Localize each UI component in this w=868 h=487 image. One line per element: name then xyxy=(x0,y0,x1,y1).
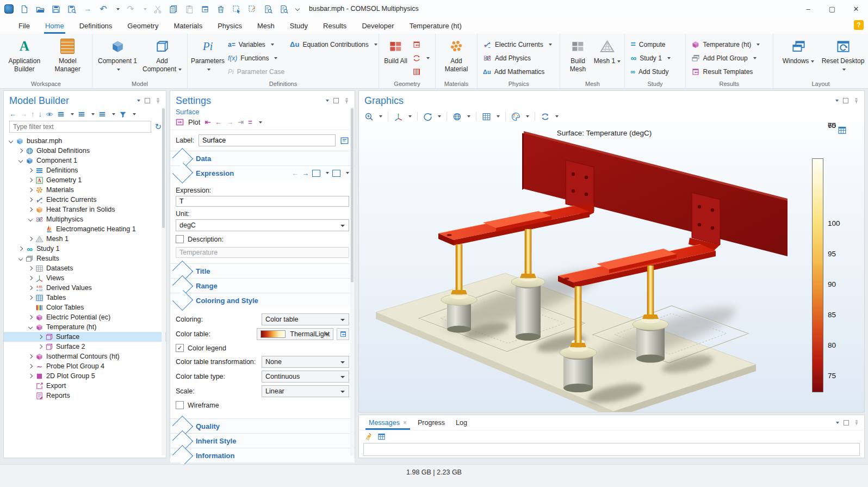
close-tab-icon[interactable]: × xyxy=(403,419,407,427)
move-down-icon[interactable]: ↓ xyxy=(39,110,42,118)
tab-file[interactable]: File xyxy=(11,18,38,34)
tree-item-multiphysics[interactable]: Multiphysics xyxy=(4,214,166,224)
pin-icon[interactable] xyxy=(343,97,350,104)
section-quality[interactable]: Quality xyxy=(170,418,355,433)
plot-icon[interactable] xyxy=(176,118,184,126)
compute-button[interactable]: = Compute xyxy=(628,38,672,51)
tree-filter-input[interactable] xyxy=(9,121,151,133)
replace-expression-icon[interactable] xyxy=(312,170,320,177)
tree-item-surface[interactable]: Surface xyxy=(4,332,166,342)
tab-physics[interactable]: Physics xyxy=(210,18,250,34)
show-icon[interactable] xyxy=(46,110,53,118)
open-file-button[interactable] xyxy=(35,4,45,14)
parameters-button[interactable]: Pi Parameters xyxy=(191,36,225,73)
close-button[interactable]: ✕ xyxy=(844,0,868,18)
transformation-dropdown[interactable]: None xyxy=(262,356,349,368)
windows-button[interactable]: Windows xyxy=(777,36,820,65)
qat-more-icon[interactable] xyxy=(295,7,300,11)
color-table-type-dropdown[interactable]: Continuous xyxy=(262,371,349,383)
undo-caret-icon[interactable] xyxy=(116,8,120,10)
tree-item-electric-currents[interactable]: Electric Currents xyxy=(4,195,166,205)
go-forward-icon[interactable]: → xyxy=(20,110,27,118)
result-templates-button[interactable]: Result Templates xyxy=(689,65,762,78)
tab-results[interactable]: Results xyxy=(315,18,354,34)
tree-item-tables[interactable]: Tables xyxy=(4,293,166,303)
reset-desktop-button[interactable]: Reset Desktop xyxy=(821,36,865,73)
refresh-icon[interactable]: ↻ xyxy=(154,122,162,132)
scale-dropdown[interactable]: Linear xyxy=(262,385,349,397)
copy-button[interactable] xyxy=(169,4,178,14)
add-study-button[interactable]: ∞ Add Study xyxy=(628,65,672,78)
functions-button[interactable]: f(x) Functions xyxy=(226,51,287,65)
add-plot-group-button[interactable]: Add Plot Group xyxy=(689,51,762,65)
plot-button[interactable]: Plot xyxy=(188,118,200,126)
equation-contributions-button[interactable]: Δu Equation Contributions xyxy=(288,38,380,51)
go-to-view-icon[interactable] xyxy=(394,112,403,121)
tree-item-2d-plot-group-5[interactable]: 2D Plot Group 5 xyxy=(4,371,166,381)
move-up-icon[interactable]: ↑ xyxy=(31,110,35,118)
add-color-table-button[interactable] xyxy=(337,328,349,340)
tree-item-materials[interactable]: Materials xyxy=(4,185,166,195)
tree-item-global-definitions[interactable]: Global Definitions xyxy=(4,146,166,156)
pin-icon[interactable] xyxy=(154,97,162,104)
unit-dropdown[interactable]: degC xyxy=(176,219,349,231)
tab-home[interactable]: Home xyxy=(38,18,72,34)
wireframe-checkbox[interactable] xyxy=(176,401,184,409)
float-panel-icon[interactable] xyxy=(145,98,150,103)
grid-icon[interactable] xyxy=(482,112,491,121)
tab-geometry[interactable]: Geometry xyxy=(120,18,166,34)
section-inherit-style[interactable]: Inherit Style xyxy=(170,433,355,448)
insert-sequence-button[interactable] xyxy=(410,38,432,51)
insert-expression-icon[interactable] xyxy=(332,170,340,177)
model-manager-button[interactable]: Model Manager xyxy=(47,36,89,73)
tab-definitions[interactable]: Definitions xyxy=(72,18,120,34)
go-back-icon[interactable]: ← xyxy=(9,110,16,118)
component-1-button[interactable]: Component 1 xyxy=(96,36,139,73)
tree-item-color-tables[interactable]: Color Tables xyxy=(4,303,166,312)
tree-item-heat-transfer[interactable]: Heat Transfer in Solids xyxy=(4,205,166,214)
tree-item-views[interactable]: Views xyxy=(4,273,166,283)
section-information[interactable]: Information xyxy=(170,448,355,463)
tree-item-probe-plot-group-4[interactable]: ∼Probe Plot Group 4 xyxy=(4,361,166,371)
model-builder-scrollbar[interactable] xyxy=(162,107,165,455)
tree-item-reports[interactable]: Reports xyxy=(4,391,166,400)
expression-input[interactable] xyxy=(176,196,349,207)
tab-materials[interactable]: Materials xyxy=(166,18,210,34)
section-expression[interactable]: Expression ← → xyxy=(170,165,355,180)
open-table-icon[interactable] xyxy=(377,433,386,441)
description-checkbox[interactable] xyxy=(176,235,184,243)
tab-messages[interactable]: Messages × xyxy=(363,415,412,430)
section-data[interactable]: Data xyxy=(170,151,355,165)
rotate-icon[interactable] xyxy=(423,112,432,121)
new-file-button[interactable] xyxy=(20,4,29,14)
clear-selection-button[interactable] xyxy=(247,4,257,14)
section-range[interactable]: Range xyxy=(170,278,355,293)
settings-scrollbar[interactable] xyxy=(350,107,354,455)
tree-item-results[interactable]: Results xyxy=(4,254,166,263)
update-geometry-button[interactable] xyxy=(410,51,432,65)
temperature-ht-button[interactable]: Temperature (ht) xyxy=(689,38,762,51)
tree-item-study-1[interactable]: ∞Study 1 xyxy=(4,244,166,254)
tree-item-derived-values[interactable]: Derived Values xyxy=(4,283,166,293)
tree-item-busbar[interactable]: busbar.mph xyxy=(4,136,166,146)
tree-item-surface-2[interactable]: Surface 2 xyxy=(4,342,166,352)
build-all-button[interactable]: Build All xyxy=(382,36,409,65)
add-mathematics-button[interactable]: Δu Add Mathematics xyxy=(481,65,554,78)
rename-icon[interactable] xyxy=(340,136,349,145)
study-1-button[interactable]: ∞ Study 1 xyxy=(628,51,672,65)
expr-forward-icon[interactable]: → xyxy=(302,169,309,177)
color-icon[interactable] xyxy=(511,112,520,121)
save-as-button[interactable] xyxy=(67,4,77,14)
pin-icon[interactable] xyxy=(853,420,860,426)
float-panel-icon[interactable] xyxy=(844,420,849,426)
add-physics-button[interactable]: Add Physics xyxy=(481,51,554,65)
duplicate-button[interactable] xyxy=(200,4,210,14)
float-panel-icon[interactable] xyxy=(333,98,339,103)
find-replace-button[interactable] xyxy=(279,4,289,14)
section-title[interactable]: Title xyxy=(170,263,355,278)
tree-item-definitions[interactable]: Definitions xyxy=(4,165,166,175)
update-icon[interactable] xyxy=(541,112,550,121)
application-builder-button[interactable]: Application BuilderA Application Builder xyxy=(3,36,46,73)
panel-menu-icon[interactable] xyxy=(326,100,329,102)
tab-progress[interactable]: Progress xyxy=(412,415,450,430)
